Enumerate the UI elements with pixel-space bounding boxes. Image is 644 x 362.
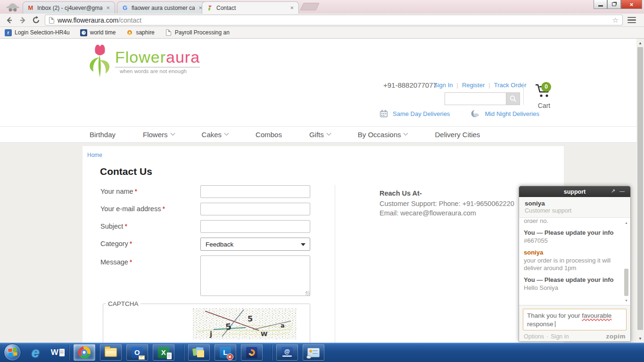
bookmark-saphire[interactable]: saphire [126, 29, 154, 36]
reach-title: Reach Us At- [380, 189, 514, 198]
forward-icon[interactable] [19, 16, 26, 24]
google-icon: G [121, 4, 129, 12]
nav-birthday[interactable]: Birthday [90, 131, 116, 139]
nav-gifts[interactable]: Gifts [309, 131, 330, 139]
logo-tagline: when words are not enough [115, 67, 200, 74]
tab-title: flaower aura customer ca [132, 5, 195, 11]
taskbar-chrome-button[interactable] [74, 344, 95, 361]
email-input[interactable] [200, 203, 310, 215]
chevron-down-icon [170, 131, 175, 136]
message-heading: soniya [524, 249, 620, 256]
scroll-up-icon[interactable]: ▲ [636, 39, 644, 47]
taskbar-outlook-button[interactable]: O [126, 344, 148, 361]
nav-by-occasions[interactable]: By Occasions [358, 131, 408, 139]
chrome-menu-icon[interactable] [627, 17, 636, 24]
reload-icon[interactable] [32, 16, 40, 24]
breadcrumb[interactable]: Home [87, 152, 102, 158]
back-icon[interactable] [6, 16, 13, 24]
account-links: Sign In | Register | Track Order [434, 82, 527, 89]
midnight-moon-icon [471, 109, 480, 118]
chat-popout-icon[interactable]: ↗ [611, 188, 615, 194]
taskbar-explorer-button[interactable] [100, 344, 122, 361]
nav-flowers[interactable]: Flowers [143, 131, 174, 139]
scrollbar-thumb[interactable] [637, 47, 643, 330]
chat-scrollbar-thumb[interactable] [624, 269, 628, 296]
chat-minimize-icon[interactable]: — [619, 188, 625, 194]
chat-scrollbar[interactable]: ▲ ▼ [623, 218, 630, 305]
bookmark-payroll[interactable]: Payroll Processing an [165, 29, 230, 36]
bookmark-login-selection[interactable]: r Login Selection-HR4u [5, 29, 70, 36]
laptop-email-icon: @ [281, 347, 293, 358]
nav-delivery-cities[interactable]: Delivery Cities [435, 131, 480, 139]
tab-gmail[interactable]: M Inbox (2) - cj4uever@gma × [23, 1, 115, 14]
window-close-button[interactable]: × [621, 0, 642, 9]
message-body: Hello Soniya [524, 284, 620, 292]
url-path: /contact [118, 16, 141, 24]
track-order-link[interactable]: Track Order [494, 82, 527, 89]
start-button[interactable] [4, 344, 21, 361]
search-input[interactable] [445, 92, 506, 105]
taskbar-orange-app-button[interactable] [241, 344, 263, 361]
svg-text:a: a [281, 322, 285, 329]
tab-close-icon[interactable]: × [289, 4, 295, 11]
tab-title: Contact [216, 5, 286, 11]
page-icon [49, 17, 54, 24]
url-host: www.floweraura.com [58, 16, 118, 24]
new-tab-button[interactable] [300, 3, 319, 10]
message-textarea[interactable] [200, 255, 310, 296]
bookmarks-bar: r Login Selection-HR4u world time saphir… [0, 27, 644, 39]
cart-widget[interactable]: 0 Cart [531, 80, 557, 109]
tab-contact[interactable]: Contact × [202, 1, 299, 14]
subject-input[interactable] [200, 220, 310, 233]
chevron-down-icon [326, 131, 331, 136]
taskbar-control-panel-button[interactable] [303, 344, 324, 361]
chat-scroll-down-icon[interactable]: ▼ [623, 296, 630, 304]
chat-footer: Options · Sign in zopim [519, 330, 630, 340]
taskbar-lync-button[interactable]: L [215, 344, 236, 361]
name-input[interactable] [200, 185, 310, 198]
excel-icon: X [158, 347, 169, 358]
tab-google-search[interactable]: G flaower aura customer ca × [117, 1, 207, 14]
taskbar-divider [183, 345, 184, 361]
content-card: Home Contact Us Your name* Your e-mail a… [83, 146, 564, 362]
midnight-deliveries-link[interactable]: Mid Night Deliveries [485, 110, 539, 117]
sign-in-link[interactable]: Sign In [434, 82, 453, 89]
outlook-icon: O [132, 347, 143, 358]
reach-phone-line: Customer Support: Phone: +91-9650062220 [380, 199, 514, 208]
bookmark-star-icon[interactable]: ☆ [612, 16, 619, 24]
message-label: Message* [100, 258, 132, 266]
logo-wordmark: Floweraura [115, 48, 200, 66]
address-bar[interactable]: www.floweraura.com /contact ☆ [45, 15, 623, 25]
taskbar-ie-icon[interactable]: e [32, 345, 40, 361]
windows-flag-icon [8, 348, 17, 357]
page-scrollbar[interactable]: ▲ ▼ [636, 39, 644, 343]
textarea-resize-grip[interactable] [305, 291, 310, 296]
nav-cakes[interactable]: Cakes [202, 131, 229, 139]
agent-name: soniya [525, 200, 625, 207]
category-select[interactable]: Feedback [200, 238, 310, 251]
agent-role: Customer support [525, 207, 625, 214]
chat-message-input[interactable]: Thank you for your favourable response [523, 309, 627, 330]
nav-combos[interactable]: Combos [256, 131, 282, 139]
search-button[interactable] [506, 92, 520, 105]
scroll-down-icon[interactable]: ▼ [636, 335, 644, 342]
bookmark-world-time[interactable]: world time [80, 29, 116, 36]
taskbar-excel-button[interactable]: X [153, 344, 174, 361]
tab-close-icon[interactable]: × [105, 4, 111, 11]
chat-signin-link[interactable]: Sign in [551, 333, 569, 340]
taskbar-divider [272, 345, 272, 361]
taskbar-word-icon[interactable]: W [51, 348, 65, 357]
same-day-deliveries-link[interactable]: Same Day Deliveries [393, 110, 450, 117]
taskbar-email-client-button[interactable]: @ [276, 344, 298, 361]
chat-options-link[interactable]: Options [524, 333, 544, 340]
window-restore-button[interactable] [607, 0, 621, 9]
floweraura-logo[interactable]: Floweraura when words are not enough [84, 41, 200, 79]
chat-title: support [564, 189, 586, 195]
chat-scroll-up-icon[interactable]: ▲ [623, 219, 630, 226]
error-badge-icon [227, 354, 233, 360]
lync-icon: L [220, 347, 231, 358]
chat-header[interactable]: support ↗ — [519, 186, 630, 197]
taskbar-sticky-notes-button[interactable] [188, 344, 210, 361]
window-minimize-button[interactable] [594, 0, 607, 9]
register-link[interactable]: Register [462, 82, 485, 89]
